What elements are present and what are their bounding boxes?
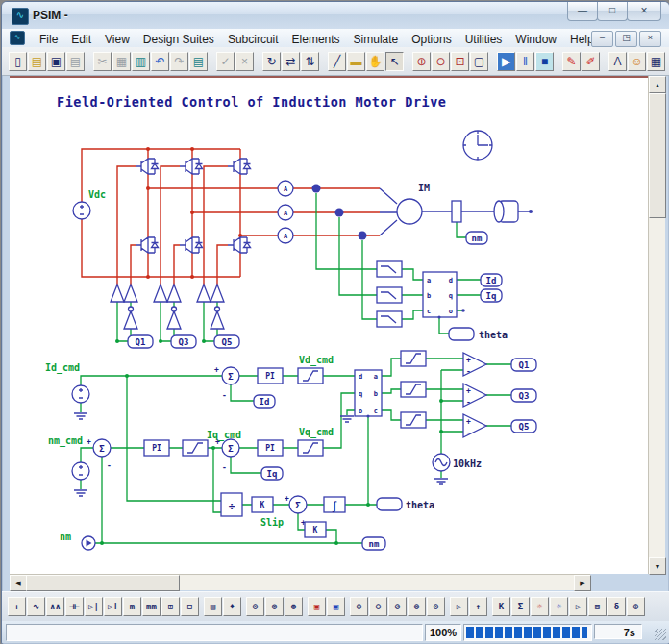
vertical-scrollbar[interactable]: ▲ ▼ — [648, 76, 665, 574]
vertical-scroll-thumb[interactable] — [649, 93, 666, 218]
clipboard-button[interactable]: ▤ — [189, 52, 208, 71]
element-thyristor[interactable]: ▷ǀ — [104, 597, 122, 616]
title-bar[interactable]: ∿ PSIM - — □ × — [2, 2, 669, 30]
probe-voltage-button[interactable]: ✎ — [562, 52, 581, 71]
menu-options[interactable]: Options — [405, 31, 458, 48]
resize-grip[interactable] — [655, 629, 666, 640]
fit-page-button[interactable]: ▢ — [470, 52, 488, 71]
ammeters[interactable]: A A A — [278, 181, 293, 243]
element-voltmeter[interactable]: ⊙ — [246, 597, 264, 616]
wire-cross-button[interactable]: × — [235, 52, 254, 71]
element-filter-1[interactable]: ☼ — [531, 597, 549, 616]
select-button[interactable]: ↖ — [385, 52, 404, 71]
schematic-svg[interactable]: Field-Oriented Control of Induction Moto… — [10, 78, 648, 575]
minimize-button[interactable]: — — [567, 2, 598, 21]
undo-button[interactable]: ↶ — [151, 52, 169, 71]
simview-button[interactable]: ☺ — [628, 52, 646, 71]
draw-wire-button[interactable]: ╱ — [328, 52, 346, 71]
gate-drives[interactable]: Q1 Q3 Q5 — [111, 285, 239, 348]
theta-out-box[interactable] — [377, 498, 402, 510]
save-button[interactable]: ▣ — [47, 52, 65, 71]
element-source-controlled-i[interactable]: ⊗ — [408, 597, 426, 616]
mdi-close-button[interactable]: × — [639, 31, 661, 47]
stop-simulation-button[interactable]: ■ — [535, 52, 554, 71]
element-mosfet[interactable]: ⊟ — [181, 597, 199, 616]
menu-subcircuit[interactable]: Subcircuit — [221, 31, 285, 48]
mdi-minimize-button[interactable]: – — [591, 31, 613, 47]
element-source-dc[interactable]: ⊕ — [350, 597, 368, 616]
element-machine[interactable]: ⊕ — [627, 597, 645, 616]
element-gain[interactable]: K — [492, 597, 510, 616]
element-source-current[interactable]: ⊙ — [427, 597, 445, 616]
menu-edit[interactable]: Edit — [64, 31, 98, 48]
zoom-in-button[interactable]: ⊕ — [412, 52, 431, 71]
element-block[interactable]: ⊠ — [588, 597, 607, 616]
induction-motor[interactable]: IM nm — [397, 183, 518, 244]
schematic-canvas[interactable]: Field-Oriented Control of Induction Moto… — [10, 76, 648, 574]
element-source-ac[interactable]: ⊖ — [369, 597, 387, 616]
element-resistor-iec[interactable]: ∧∧ — [46, 597, 64, 616]
text-button[interactable]: A — [608, 52, 627, 71]
element-scope-1[interactable]: ▣ — [308, 597, 326, 616]
element-resistor[interactable]: ∿ — [27, 597, 45, 616]
element-summer[interactable]: Σ — [511, 597, 530, 616]
close-button[interactable]: × — [627, 2, 661, 21]
mechanical-load[interactable] — [494, 201, 518, 222]
new-button[interactable]: ▯ — [9, 52, 27, 71]
menu-window[interactable]: Window — [508, 31, 563, 48]
slip-calculation[interactable]: ÷ K Σ + + Slip ∫ theta K — [221, 493, 434, 537]
element-gating-block[interactable]: ▷ — [450, 597, 468, 616]
element-opamp[interactable]: ▷ — [569, 597, 587, 616]
probe-current-button[interactable]: ✐ — [582, 52, 600, 71]
element-probe[interactable]: ♦ — [223, 597, 241, 616]
rotate-button[interactable]: ↻ — [262, 52, 281, 71]
zoom-out-button[interactable]: ⊖ — [432, 52, 450, 71]
menu-simulate[interactable]: Simulate — [347, 31, 406, 48]
mdi-restore-button[interactable]: ◳ — [615, 31, 637, 47]
element-inductor[interactable]: m — [123, 597, 141, 616]
element-capacitor[interactable]: ⊣⊢ — [65, 597, 84, 616]
vdc-source[interactable]: Vdc — [73, 189, 106, 219]
run-simulation-button[interactable]: ▶ — [497, 52, 515, 71]
print-button[interactable]: ▤ — [66, 52, 85, 71]
theta-link-box[interactable] — [449, 328, 474, 340]
abc-to-dqo-block[interactable]: a b c d q o — [423, 272, 457, 319]
element-sensor[interactable]: δ — [607, 597, 626, 616]
zoom-area-button[interactable]: ⊡ — [451, 52, 469, 71]
element-switch-controller[interactable]: ↑ — [469, 597, 487, 616]
inverter-bridge[interactable] — [136, 159, 251, 253]
horizontal-scroll-thumb[interactable] — [26, 575, 180, 591]
element-igbt[interactable]: ⊞ — [161, 597, 180, 616]
speed-sensor[interactable] — [452, 201, 461, 222]
element-scope-2[interactable]: ▣ — [327, 597, 345, 616]
pan-button[interactable]: ✋ — [366, 52, 384, 71]
menu-elements[interactable]: Elements — [285, 31, 347, 48]
element-wattmeter[interactable]: ⊛ — [285, 597, 303, 616]
element-filter-2[interactable]: ☼ — [550, 597, 568, 616]
open-button[interactable]: ▤ — [28, 52, 46, 71]
menu-design-suites[interactable]: Design Suites — [136, 31, 221, 48]
current-filters[interactable] — [377, 261, 402, 327]
cut-button[interactable]: ✂ — [93, 52, 112, 71]
maximize-button[interactable]: □ — [597, 2, 628, 21]
element-battery[interactable]: ▤ — [204, 597, 222, 616]
pause-simulation-button[interactable]: ‖ — [516, 52, 534, 71]
label-button[interactable]: ▬ — [347, 52, 365, 71]
scroll-down-button[interactable]: ▼ — [649, 557, 666, 575]
element-list-button[interactable]: ▦ — [647, 52, 665, 71]
clock-element[interactable] — [463, 131, 492, 160]
copy-button[interactable]: ▦ — [112, 52, 131, 71]
element-ammeter[interactable]: ⊚ — [265, 597, 284, 616]
carrier-source[interactable]: 10kHz — [433, 454, 482, 484]
element-wire[interactable]: + — [8, 597, 26, 616]
scroll-up-button[interactable]: ▲ — [649, 76, 666, 93]
pwm-comparators[interactable]: + - + - + - Q1 Q3 Q5 10kHz — [401, 351, 536, 484]
element-transformer[interactable]: mm — [142, 597, 161, 616]
flip-horizontal-button[interactable]: ⇄ — [282, 52, 300, 71]
paste-button[interactable]: ▥ — [132, 52, 150, 71]
element-source-controlled-v[interactable]: ⊘ — [388, 597, 407, 616]
speed-control-loop[interactable]: nm_cmd Σ + - PI Iq_cmd Σ + - PI Vq_cmd I… — [48, 427, 334, 496]
horizontal-scrollbar[interactable]: ◀ ▶ — [10, 574, 590, 590]
wire-check-button[interactable]: ✓ — [216, 52, 235, 71]
element-diode[interactable]: ▷| — [85, 597, 103, 616]
